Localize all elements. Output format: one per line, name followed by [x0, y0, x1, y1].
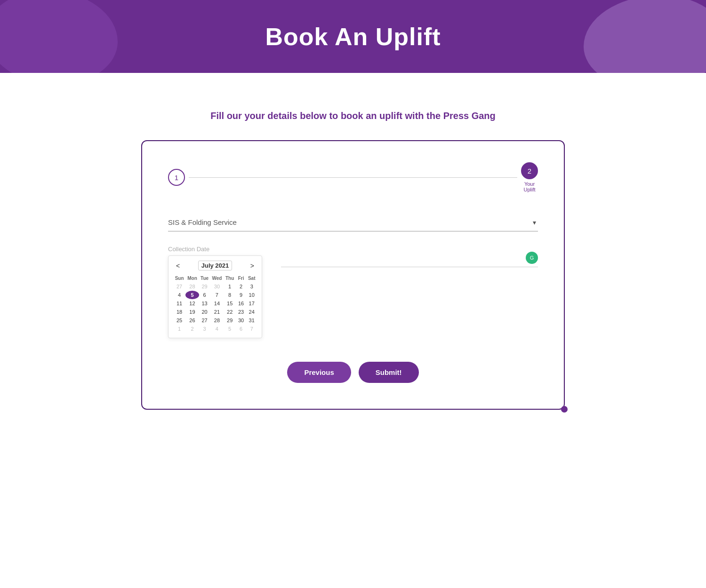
calendar-day[interactable]: 5	[224, 325, 235, 333]
previous-button[interactable]: Previous	[287, 362, 351, 383]
calendar-day[interactable]: 30	[210, 282, 224, 291]
subtitle-section: Fill our your details below to book an u…	[0, 111, 706, 121]
cal-day-sat: Sat	[246, 274, 257, 282]
calendar-grid: Sun Mon Tue Wed Thu Fri Sat 272829301234…	[173, 274, 257, 333]
cal-day-sun: Sun	[173, 274, 185, 282]
calendar-month-year: July 2021	[198, 261, 233, 270]
step-indicator: 1 2 YourUplift	[168, 162, 538, 192]
calendar-prev-button[interactable]: <	[173, 261, 183, 270]
calendar-day[interactable]: 6	[236, 325, 247, 333]
calendar-day[interactable]: 23	[236, 308, 247, 316]
calendar-day[interactable]: 13	[199, 299, 210, 308]
page-header: Book An Uplift	[0, 0, 706, 73]
calendar-day[interactable]: 12	[185, 299, 199, 308]
calendar-day[interactable]: 22	[224, 308, 235, 316]
notes-input-wrapper[interactable]: G	[281, 255, 538, 267]
calendar-day[interactable]: 11	[173, 299, 185, 308]
calendar-day[interactable]: 30	[236, 316, 247, 325]
calendar-day[interactable]: 15	[224, 299, 235, 308]
submit-button[interactable]: Submit!	[359, 362, 419, 383]
blob-left	[0, 0, 118, 73]
buttons-row: Previous Submit!	[168, 362, 538, 383]
service-dropdown-wrapper[interactable]: SIS & Folding Service ▾	[168, 214, 538, 231]
calendar-section: < July 2021 > Sun Mon Tue Wed Thu Fri Sa	[168, 255, 272, 338]
calendar-day[interactable]: 5	[185, 291, 199, 299]
calendar-day[interactable]: 27	[173, 282, 185, 291]
collection-date-label: Collection Date	[168, 246, 538, 253]
calendar-day[interactable]: 31	[246, 316, 257, 325]
calendar-day[interactable]: 9	[236, 291, 247, 299]
calendar-day[interactable]: 6	[199, 291, 210, 299]
page-title: Book An Uplift	[265, 23, 441, 51]
bottom-dot	[561, 406, 568, 413]
calendar-header: < July 2021 >	[173, 261, 257, 270]
blob-right	[584, 0, 706, 73]
calendar-day[interactable]: 16	[236, 299, 247, 308]
step-1-circle: 1	[168, 169, 185, 186]
subtitle-text: Fill our your details below to book an u…	[0, 111, 706, 121]
calendar-day[interactable]: 10	[246, 291, 257, 299]
calendar-day[interactable]: 1	[173, 325, 185, 333]
calendar-day[interactable]: 2	[185, 325, 199, 333]
calendar-day[interactable]: 3	[199, 325, 210, 333]
calendar-next-button[interactable]: >	[248, 261, 257, 270]
calendar-day[interactable]: 26	[185, 316, 199, 325]
calendar-day[interactable]: 4	[173, 291, 185, 299]
calendar-day[interactable]: 27	[199, 316, 210, 325]
notes-section: G	[272, 255, 538, 338]
form-area: < July 2021 > Sun Mon Tue Wed Thu Fri Sa	[168, 255, 538, 338]
calendar-day[interactable]: 8	[224, 291, 235, 299]
calendar-day[interactable]: 28	[185, 282, 199, 291]
calendar-day[interactable]: 28	[210, 316, 224, 325]
cal-day-tue: Tue	[199, 274, 210, 282]
calendar-day[interactable]: 18	[173, 308, 185, 316]
cal-day-wed: Wed	[210, 274, 224, 282]
calendar-day[interactable]: 2	[236, 282, 247, 291]
calendar-day[interactable]: 24	[246, 308, 257, 316]
calendar-day[interactable]: 29	[224, 316, 235, 325]
step-2-wrapper: 2 YourUplift	[521, 162, 538, 192]
calendar-day[interactable]: 4	[210, 325, 224, 333]
calendar-day[interactable]: 7	[246, 325, 257, 333]
notes-input[interactable]	[281, 256, 521, 263]
service-dropdown[interactable]: SIS & Folding Service	[168, 214, 538, 231]
calendar-day[interactable]: 25	[173, 316, 185, 325]
calendar-day[interactable]: 20	[199, 308, 210, 316]
calendar-day[interactable]: 14	[210, 299, 224, 308]
calendar-day[interactable]: 7	[210, 291, 224, 299]
calendar-day[interactable]: 21	[210, 308, 224, 316]
form-container: 1 2 YourUplift SIS & Folding Service ▾ C…	[141, 140, 565, 410]
calendar[interactable]: < July 2021 > Sun Mon Tue Wed Thu Fri Sa	[168, 255, 262, 338]
calendar-day[interactable]: 17	[246, 299, 257, 308]
cal-day-thu: Thu	[224, 274, 235, 282]
notes-icon: G	[526, 252, 538, 264]
step-line	[189, 177, 517, 178]
cal-day-fri: Fri	[236, 274, 247, 282]
calendar-day[interactable]: 29	[199, 282, 210, 291]
step-2-label: YourUplift	[523, 181, 535, 192]
step-2-circle: 2	[521, 162, 538, 179]
calendar-day[interactable]: 3	[246, 282, 257, 291]
cal-day-mon: Mon	[185, 274, 199, 282]
calendar-day[interactable]: 19	[185, 308, 199, 316]
calendar-day[interactable]: 1	[224, 282, 235, 291]
